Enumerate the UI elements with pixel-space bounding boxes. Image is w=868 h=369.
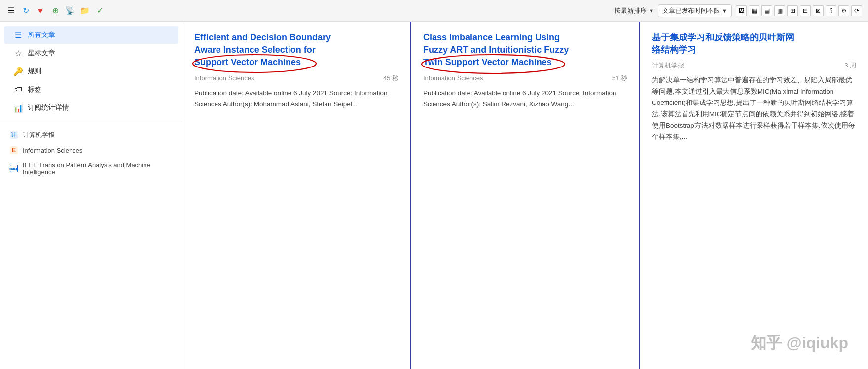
article-3-title-link[interactable]: 基于集成学习和反馈策略的贝叶斯网络结构学习: [652, 32, 856, 56]
time-filter[interactable]: 文章已发布时间不限 ▼: [658, 4, 732, 17]
tags-icon: 🏷: [14, 85, 23, 94]
feed-icon[interactable]: 📡: [65, 6, 75, 16]
article-2-title-line1: Class Imbalance Learning Using: [423, 33, 560, 42]
view-list-3-icon[interactable]: ▥: [774, 5, 785, 16]
article-1-title-line3: Support Vector Machines: [194, 56, 301, 68]
folder-icon[interactable]: 📁: [80, 6, 90, 16]
stats-icon: 📊: [14, 103, 23, 112]
rules-icon: 🔑: [14, 67, 23, 76]
article-2-title[interactable]: Class Imbalance Learning Using Fuzzy ART…: [423, 32, 627, 69]
starred-icon: ☆: [14, 49, 23, 58]
view-grid-1-icon[interactable]: ⊞: [787, 5, 798, 16]
main-layout: ☰ 所有文章 ☆ 星标文章 🔑 规则 🏷 标签 📊 订阅统计详情 计 计算机学报…: [0, 22, 868, 369]
article-2-title-link[interactable]: Class Imbalance Learning Using Fuzzy ART…: [423, 32, 627, 69]
toolbar: ☰ ↻ ♥ ⊕ 📡 📁 ✓ 按最新排序 ▼ 文章已发布时间不限 ▼ 🖼 ▦ ▤ …: [0, 0, 868, 22]
menu-icon[interactable]: ☰: [6, 6, 16, 16]
content-area: Efficient and Decision Boundary Aware In…: [182, 22, 868, 369]
article-1-meta: Information Sciences 45 秒: [194, 74, 398, 83]
article-2-source: Information Sciences: [423, 74, 483, 82]
all-articles-icon: ☰: [14, 31, 23, 39]
refresh-icon[interactable]: ↻: [21, 6, 31, 16]
sidebar-source-information[interactable]: E Information Sciences: [0, 143, 182, 158]
sidebar: ☰ 所有文章 ☆ 星标文章 🔑 规则 🏷 标签 📊 订阅统计详情 计 计算机学报…: [0, 22, 182, 369]
article-3-source: 计算机学报: [652, 61, 684, 70]
article-1-source: Information Sciences: [194, 74, 254, 82]
time-filter-label: 文章已发布时间不限: [662, 6, 720, 15]
toolbar-right: 按最新排序 ▼ 文章已发布时间不限 ▼ 🖼 ▦ ▤ ▥ ⊞ ⊟ ⊠ ? ⚙ ⟳: [615, 4, 862, 17]
sidebar-source-jisuanji[interactable]: 计 计算机学报: [0, 127, 182, 143]
article-column-2: Class Imbalance Learning Using Fuzzy ART…: [411, 22, 640, 369]
sidebar-sources: 计 计算机学报 E Information Sciences IEEE IEEE…: [0, 122, 182, 179]
article-1-time: 45 秒: [383, 74, 398, 83]
time-arrow: ▼: [722, 8, 727, 14]
view-grid-3-icon[interactable]: ⊠: [813, 5, 824, 16]
sidebar-label-tags: 标签: [28, 85, 41, 94]
ieee-badge: IEEE: [10, 165, 18, 172]
article-2-body: Publication date: Available online 6 Jul…: [423, 88, 627, 110]
article-2-time: 51 秒: [612, 74, 627, 83]
information-badge: E: [10, 146, 18, 154]
jisuanji-label: 计算机学报: [23, 131, 55, 139]
ieee-label: IEEE Trans on Pattern Analysis and Machi…: [23, 161, 172, 176]
sidebar-item-rules[interactable]: 🔑 规则: [4, 63, 178, 80]
sort-selector[interactable]: 按最新排序 ▼: [615, 6, 654, 15]
article-3-title-underlined: 贝叶斯网: [759, 33, 794, 42]
article-1-title-link[interactable]: Efficient and Decision Boundary Aware In…: [194, 32, 398, 69]
article-3-time: 3 周: [844, 61, 856, 70]
article-column-3: 基于集成学习和反馈策略的贝叶斯网络结构学习 计算机学报 3 周 为解决单一结构学…: [640, 22, 868, 369]
article-1-title-line1: Efficient and Decision Boundary: [194, 33, 331, 42]
jisuanji-badge: 计: [10, 131, 18, 139]
view-icons: 🖼 ▦ ▤ ▥ ⊞ ⊟ ⊠ ? ⚙ ⟳: [736, 5, 862, 16]
sort-label: 按最新排序: [615, 6, 647, 15]
view-image-icon[interactable]: 🖼: [736, 5, 747, 16]
help-icon[interactable]: ?: [826, 5, 836, 16]
article-2-title-line2: Fuzzy ART and Intuitionistic Fuzzy: [423, 45, 569, 55]
information-label: Information Sciences: [23, 147, 82, 154]
article-3-meta: 计算机学报 3 周: [652, 61, 856, 70]
view-list-1-icon[interactable]: ▦: [749, 5, 760, 16]
article-2-meta: Information Sciences 51 秒: [423, 74, 627, 83]
reload-icon[interactable]: ⟳: [851, 5, 862, 16]
article-3-body: 为解决单一结构学习算法中普遍存在的学习效差、易陷入局部最优等问题,本文通过引入最…: [652, 75, 856, 143]
article-1-body: Publication date: Available online 6 Jul…: [194, 88, 398, 110]
check-icon[interactable]: ✓: [95, 6, 105, 16]
article-column-1: Efficient and Decision Boundary Aware In…: [182, 22, 411, 369]
plus-icon[interactable]: ⊕: [50, 6, 60, 16]
toolbar-left: ☰ ↻ ♥ ⊕ 📡 📁 ✓: [6, 6, 611, 16]
settings-icon[interactable]: ⚙: [838, 5, 849, 16]
sidebar-label-stats: 订阅统计详情: [28, 103, 69, 112]
sort-arrow: ▼: [649, 8, 654, 14]
sidebar-item-stats[interactable]: 📊 订阅统计详情: [4, 99, 178, 117]
sidebar-source-ieee[interactable]: IEEE IEEE Trans on Pattern Analysis and …: [0, 158, 182, 179]
view-list-2-icon[interactable]: ▤: [761, 5, 772, 16]
sidebar-item-starred[interactable]: ☆ 星标文章: [4, 44, 178, 62]
sidebar-label-starred: 星标文章: [28, 49, 55, 58]
sidebar-item-tags[interactable]: 🏷 标签: [4, 81, 178, 99]
article-2-title-line3: Twin Support Vector Machines: [423, 56, 552, 68]
article-3-title[interactable]: 基于集成学习和反馈策略的贝叶斯网络结构学习: [652, 32, 856, 56]
sidebar-label-rules: 规则: [28, 67, 41, 76]
view-grid-2-icon[interactable]: ⊟: [800, 5, 811, 16]
heart-icon[interactable]: ♥: [36, 6, 45, 16]
sidebar-item-all-articles[interactable]: ☰ 所有文章: [4, 26, 178, 44]
sidebar-label-all-articles: 所有文章: [28, 31, 55, 39]
article-1-title-line2: Aware Instance Selection for: [194, 45, 316, 55]
article-1-title[interactable]: Efficient and Decision Boundary Aware In…: [194, 32, 398, 69]
